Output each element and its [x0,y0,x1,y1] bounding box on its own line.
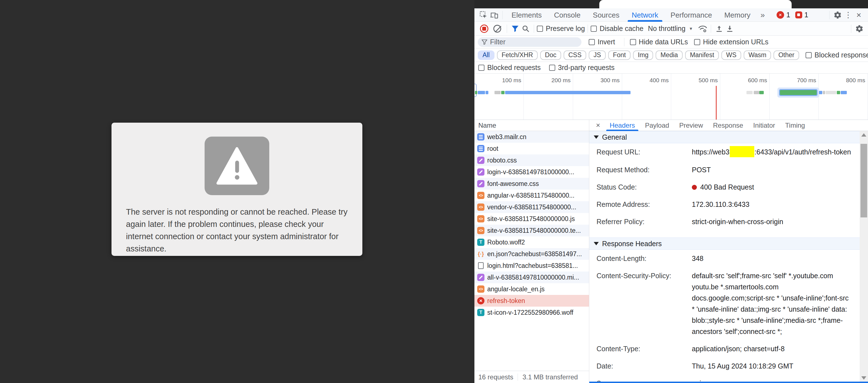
request-row[interactable]: login-v-63858149781000000... [474,166,589,178]
overview-drag-handle[interactable] [474,84,477,97]
kebab-menu-icon[interactable]: ⋮ [843,10,854,20]
type-chip-doc[interactable]: Doc [540,51,561,60]
hide-data-urls-checkbox[interactable]: Hide data URLs [630,38,688,46]
response-headers-section-header[interactable]: Response Headers [589,237,868,250]
third-party-requests-checkbox[interactable]: 3rd-party requests [549,64,615,72]
request-row[interactable]: site-v-638581175480000000.js [474,213,589,225]
type-chip-all[interactable]: All [478,51,495,60]
request-row[interactable]: st-icon-v-1722552980966.woff [474,307,589,318]
preserve-log-checkbox[interactable]: Preserve log [537,25,585,33]
request-row[interactable]: login.html?cachebust=638581... [474,260,589,272]
network-overview-timeline[interactable]: 100 ms200 ms300 ms400 ms500 ms600 ms700 … [474,73,868,120]
issues-icon[interactable] [795,11,802,19]
request-row[interactable]: angular-v-638581175480000... [474,190,589,201]
throttling-dropdown[interactable]: No throttling ▼ [648,25,693,33]
tab-network[interactable]: Network [625,8,664,22]
type-chip-fetch-xhr[interactable]: Fetch/XHR [497,51,538,60]
invert-checkbox[interactable]: Invert [589,38,615,46]
request-row[interactable]: root [474,143,589,154]
request-row[interactable]: roboto.css [474,154,589,166]
tab-elements[interactable]: Elements [505,8,548,22]
filter-funnel-icon[interactable] [510,24,520,34]
disable-cache-checkbox[interactable]: Disable cache [591,25,643,33]
waterfall-bar[interactable] [759,91,764,94]
waterfall-bar[interactable] [819,91,822,94]
type-chip-other[interactable]: Other [774,51,799,60]
request-row[interactable]: refresh-token [474,295,589,307]
details-tab-payload[interactable]: Payload [640,120,674,131]
waterfall-bar-selected[interactable] [780,90,817,95]
request-row[interactable]: all-v-638581497810000000.mi... [474,272,589,283]
request-row[interactable]: font-awesome.css [474,178,589,190]
waterfall-bar[interactable] [486,91,488,94]
hide-extension-urls-checkbox[interactable]: Hide extension URLs [694,38,769,46]
waterfall-bar[interactable] [495,91,501,94]
waterfall-bar[interactable] [823,91,825,94]
type-chip-ws[interactable]: WS [721,51,741,60]
record-network-log-icon[interactable] [480,25,488,33]
waterfall-bar[interactable] [475,91,477,94]
name-column-header[interactable]: Name [474,120,589,131]
details-tab-initiator[interactable]: Initiator [748,120,780,131]
checkbox[interactable] [549,65,555,71]
waterfall-bar[interactable] [841,91,847,94]
scroll-down-icon[interactable] [861,376,866,380]
scroll-up-icon[interactable] [861,133,866,136]
device-toolbar-icon[interactable] [489,10,499,20]
request-row[interactable]: en.json?cachebust=638581497... [474,248,589,260]
waterfall-bar[interactable] [746,91,753,94]
waterfall-bar[interactable] [478,91,485,94]
general-section-header[interactable]: General [589,131,868,143]
type-chip-manifest[interactable]: Manifest [685,51,719,60]
blocked-response-cookies-checkbox[interactable]: Blocked response cookies [806,51,868,59]
tab-performance[interactable]: Performance [664,8,718,22]
request-row[interactable]: angular-locale_en.js [474,283,589,295]
type-chip-wasm[interactable]: Wasm [744,51,771,60]
tab-console[interactable]: Console [548,8,586,22]
checkbox[interactable] [478,65,485,71]
details-tab-headers[interactable]: Headers [604,120,640,131]
tab-memory[interactable]: Memory [718,8,756,22]
blocked-requests-checkbox[interactable]: Blocked requests [478,64,541,72]
checkbox[interactable] [591,26,597,32]
waterfall-bar[interactable] [505,91,630,94]
waterfall-bar[interactable] [837,91,840,94]
type-chip-js[interactable]: JS [589,51,606,60]
settings-gear-icon[interactable] [832,10,843,20]
clear-network-log-icon[interactable] [493,25,501,33]
close-devtools-icon[interactable]: × [854,10,864,20]
scrollbar-thumb[interactable] [861,144,867,217]
request-row[interactable]: site-v-638581175480000000.te... [474,225,589,236]
network-conditions-icon[interactable] [698,24,708,34]
network-settings-gear-icon[interactable] [854,24,865,34]
type-chip-css[interactable]: CSS [564,51,586,60]
type-chip-media[interactable]: Media [656,51,683,60]
request-row[interactable]: Roboto.woff2 [474,236,589,248]
export-har-icon[interactable] [724,24,735,34]
checkbox[interactable] [630,39,636,45]
type-chip-img[interactable]: Img [633,51,653,60]
import-har-icon[interactable] [714,24,724,34]
details-tab-preview[interactable]: Preview [674,120,708,131]
browser-tab[interactable] [599,0,792,8]
checkbox[interactable] [806,52,812,58]
filter-input[interactable] [490,38,568,46]
checkbox[interactable] [589,39,595,45]
search-icon[interactable] [520,24,531,34]
console-errors-icon[interactable]: × [777,11,784,19]
inspect-element-icon[interactable] [478,10,489,20]
request-row[interactable]: vendor-v-6385811754800000... [474,201,589,213]
tab-sources[interactable]: Sources [587,8,625,22]
waterfall-bar[interactable] [826,91,836,94]
checkbox[interactable] [694,39,700,45]
details-scrollbar[interactable] [860,131,868,383]
details-tab-timing[interactable]: Timing [780,120,810,131]
close-details-icon[interactable]: × [591,121,604,130]
type-chip-font[interactable]: Font [608,51,630,60]
more-tabs-icon[interactable]: » [756,10,769,20]
waterfall-bar[interactable] [501,91,504,94]
request-row[interactable]: web3.mailr.cn [474,131,589,143]
waterfall-bar[interactable] [754,91,759,94]
details-tab-response[interactable]: Response [708,120,748,131]
checkbox[interactable] [537,26,543,32]
